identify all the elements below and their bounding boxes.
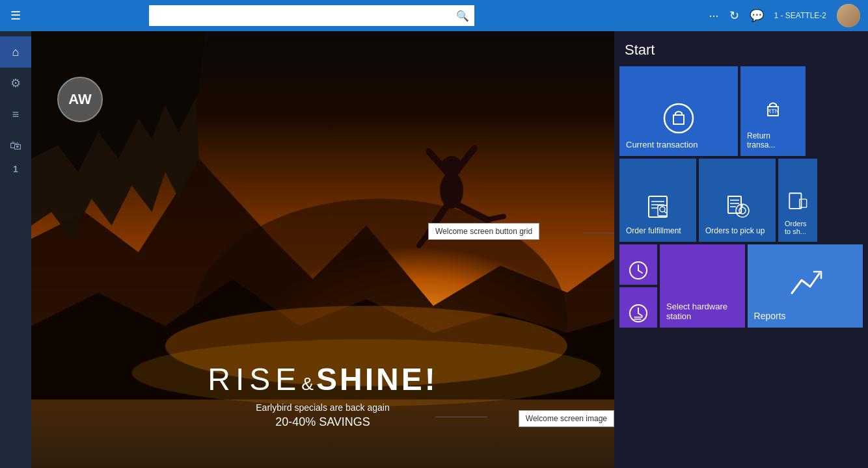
search-input[interactable] [149,5,474,26]
main-area: AW Welcome screen button grid RISE&SHINE… [31,31,868,468]
fulfillment-icon [644,192,672,221]
headline-amp: & [301,374,316,394]
tile-current-transaction-label: Current transaction [626,140,731,150]
image-callout-box: Welcome screen image [519,410,614,427]
savings-suffix: % SAVINGS [305,415,370,428]
sidebar-item-home[interactable]: ⌂ [0,36,31,68]
savings-percent: 20-40 [275,415,305,428]
refresh-icon[interactable]: ↻ [729,8,739,23]
image-callout-text: Welcome screen image [526,414,607,423]
tile-return-transaction-label: Return transa... [747,131,799,150]
svg-rect-34 [800,199,807,207]
climber-silhouette-svg [380,90,523,298]
tile-orders-pickup-label: Orders to pick up [705,226,769,235]
hamburger-menu-button[interactable]: ☰ [0,0,31,31]
aw-logo: AW [57,77,103,122]
svg-line-40 [638,313,642,316]
welcome-sub-text: Earlybird specials are back again [193,402,453,413]
avatar-image [837,4,860,27]
aw-logo-text: AW [68,91,91,108]
tiles-row-2: Order fulfillment Orders to pick up [619,159,863,242]
sidebar-item-menu[interactable]: ≡ [0,99,31,130]
tile-orders-ship[interactable]: Orders to sh... [778,159,817,242]
orders-icon: 🛍 [10,139,21,153]
headline-bold-text: SHINE! [316,362,438,396]
svg-line-16 [419,233,429,246]
svg-line-15 [487,216,504,220]
hamburger-icon: ☰ [10,8,21,23]
sidebar-item-products[interactable]: ⚙ [0,68,31,99]
products-icon: ⚙ [10,76,21,90]
callout-line-right [583,233,614,233]
small-tiles-stack [619,244,657,328]
tiles-row-3: Select hardware station Reports [619,244,863,328]
pickup-icon [723,192,752,221]
button-grid-callout-box: Welcome screen button grid [428,223,539,240]
clock-icon-2 [628,303,649,324]
return-bag-icon: RTN [757,94,789,126]
more-options-icon[interactable]: ··· [709,9,719,23]
avatar[interactable] [837,4,860,27]
tile-select-hardware-station[interactable]: Select hardware station [660,244,745,328]
tile-order-fulfillment[interactable]: Order fulfillment [619,159,696,242]
search-icon: 🔍 [456,10,469,22]
top-bar-right-section: ··· ↻ 💬 1 - SEATTLE-2 [709,4,868,27]
chart-icon [785,264,824,303]
svg-line-37 [638,270,642,273]
tiles-row-1: Current transaction RTN Return transa... [619,66,863,156]
tiles-grid: Current transaction RTN Return transa... [614,64,868,468]
tile-orders-pickup[interactable]: Orders to pick up [699,159,776,242]
chat-icon[interactable]: 💬 [750,8,764,23]
tile-orders-ship-label: Orders to sh... [785,220,811,235]
sidebar-number: 1 [13,164,18,174]
tile-return-transaction[interactable]: RTN Return transa... [740,66,806,156]
tile-reports-label: Reports [754,311,856,321]
tile-clock-2[interactable] [619,287,657,328]
svg-point-17 [664,104,693,133]
top-bar: ☰ 🔍 ··· ↻ 💬 1 - SEATTLE-2 [0,0,868,31]
sidebar-item-orders[interactable]: 🛍 [0,130,31,161]
home-icon: ⌂ [12,46,20,59]
clock-icon-1 [628,260,649,281]
sidebar: ⌂ ⚙ ≡ 🛍 1 [0,31,31,468]
ship-icon [785,188,811,214]
svg-line-14 [455,203,487,220]
menu-icon: ≡ [12,108,20,122]
svg-text:RTN: RTN [767,108,779,114]
right-panel: Start Current transaction [614,31,868,468]
welcome-section: AW Welcome screen button grid RISE&SHINE… [31,31,614,468]
welcome-savings-text: 20-40% SAVINGS [193,415,453,429]
store-label: 1 - SEATTLE-2 [774,11,826,20]
shopping-bag-icon [662,102,695,135]
tile-clock-1[interactable] [619,244,657,285]
tile-select-hardware-station-label: Select hardware station [666,302,739,321]
image-callout-line [435,417,487,417]
button-grid-callout-text: Welcome screen button grid [435,227,532,236]
tile-reports[interactable]: Reports [748,244,863,328]
tile-current-transaction[interactable]: Current transaction [619,66,738,156]
tile-order-fulfillment-label: Order fulfillment [626,226,690,235]
search-bar: 🔍 [149,5,474,26]
start-header: Start [614,31,868,64]
headline-light-text: RISE [208,362,301,396]
welcome-text: RISE&SHINE! Earlybird specials are back … [193,361,453,429]
welcome-headline: RISE&SHINE! [193,361,453,397]
svg-point-31 [739,207,746,214]
